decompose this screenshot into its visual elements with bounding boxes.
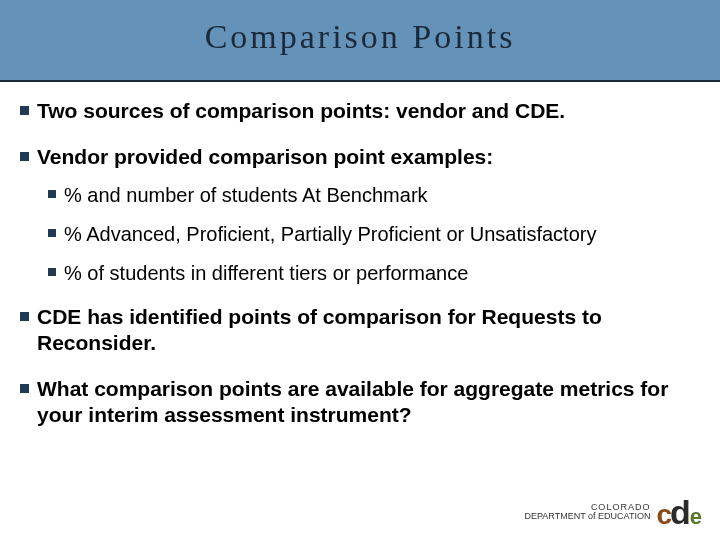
slide-title: Comparison Points [0, 18, 720, 56]
sub-bullet-item: % and number of students At Benchmark [48, 183, 700, 208]
bullet-text: Vendor provided comparison point example… [37, 144, 493, 170]
content-area: Two sources of comparison points: vendor… [20, 98, 700, 449]
sub-bullet-text: % and number of students At Benchmark [64, 183, 428, 208]
bullet-square-icon [20, 384, 29, 393]
bullet-square-icon [48, 190, 56, 198]
footer-logo: COLORADO DEPARTMENT of EDUCATION c d e [525, 499, 702, 526]
cde-logo-icon: c d e [656, 499, 702, 526]
bullet-square-icon [48, 229, 56, 237]
sub-bullet-text: % of students in different tiers or perf… [64, 261, 468, 286]
sub-bullet-list: % and number of students At Benchmark % … [48, 183, 700, 286]
logo-letter-e: e [690, 508, 702, 526]
bullet-square-icon [20, 106, 29, 115]
bullet-square-icon [48, 268, 56, 276]
footer-text: COLORADO DEPARTMENT of EDUCATION [525, 503, 651, 523]
logo-letter-d: d [670, 499, 691, 526]
bullet-item: Vendor provided comparison point example… [20, 144, 700, 170]
bullet-item: CDE has identified points of comparison … [20, 304, 700, 357]
bullet-text: CDE has identified points of comparison … [37, 304, 700, 357]
footer-dept: DEPARTMENT of EDUCATION [525, 512, 651, 522]
bullet-text: Two sources of comparison points: vendor… [37, 98, 565, 124]
bullet-item: What comparison points are available for… [20, 376, 700, 429]
header-divider [0, 80, 720, 82]
bullet-text: What comparison points are available for… [37, 376, 700, 429]
bullet-square-icon [20, 152, 29, 161]
sub-bullet-item: % Advanced, Proficient, Partially Profic… [48, 222, 700, 247]
sub-bullet-item: % of students in different tiers or perf… [48, 261, 700, 286]
bullet-square-icon [20, 312, 29, 321]
bullet-item: Two sources of comparison points: vendor… [20, 98, 700, 124]
sub-bullet-text: % Advanced, Proficient, Partially Profic… [64, 222, 596, 247]
